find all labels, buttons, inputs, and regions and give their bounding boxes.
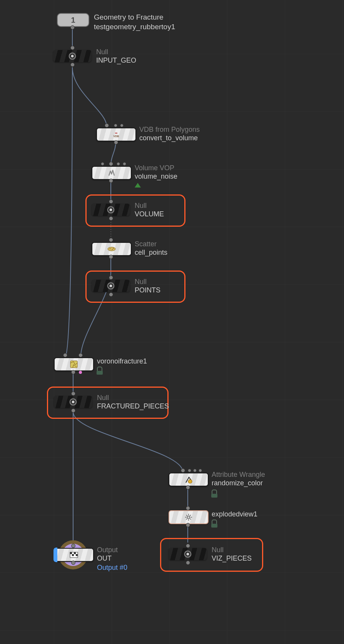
connector-out[interactable] — [109, 216, 113, 221]
connector-out[interactable] — [109, 179, 113, 183]
node-out[interactable]: Output OUT Output #0 — [54, 548, 94, 562]
connector-in[interactable] — [101, 162, 104, 166]
svg-rect-29 — [76, 554, 78, 556]
connector-in[interactable] — [109, 238, 113, 242]
svg-line-19 — [186, 515, 187, 516]
connector-in[interactable] — [78, 353, 83, 357]
node-type-label: Null — [97, 393, 169, 402]
node-name-label: FRACTURED_PIECES — [97, 402, 169, 410]
node-name-label: VIZ_PIECES — [212, 554, 252, 563]
connector-in[interactable] — [109, 199, 113, 204]
connector-out[interactable] — [114, 140, 118, 144]
svg-point-14 — [187, 516, 190, 518]
svg-point-1 — [71, 55, 74, 58]
connector-out[interactable] — [71, 370, 75, 374]
connector-out[interactable] — [186, 561, 190, 565]
connector-in[interactable] — [199, 469, 202, 472]
node-name-label: voronoifracture1 — [97, 357, 147, 365]
svg-rect-26 — [70, 552, 72, 554]
connector-in[interactable] — [114, 124, 117, 127]
node-output-label: Output #0 — [97, 563, 127, 572]
connector-out[interactable] — [186, 523, 190, 527]
svg-rect-27 — [74, 552, 76, 554]
node-volume-noise[interactable]: Volume VOP volume_noise — [92, 166, 132, 180]
svg-point-9 — [110, 285, 112, 287]
node-type-label: Volume VOP — [135, 164, 177, 172]
node-name-label: INPUT_GEO — [96, 56, 136, 65]
node-type-label: Null — [96, 48, 136, 56]
node-convert-to-volume[interactable]: ∞VDB VDB from Polygons convert_to_volume — [96, 128, 136, 141]
node-type-label: Null — [135, 277, 160, 286]
connector-out[interactable] — [71, 408, 75, 413]
node-cell-points[interactable]: Scatter cell_points — [92, 242, 132, 256]
svg-line-21 — [190, 515, 191, 516]
connector-out[interactable] — [109, 292, 113, 297]
connector-in[interactable] — [186, 544, 190, 548]
connector-in[interactable] — [109, 276, 113, 280]
svg-point-5 — [110, 248, 110, 249]
node-graph-canvas[interactable]: 1 Geometry to Fracture testgeometry_rubb… — [0, 0, 344, 644]
node-input-geo[interactable]: Null INPUT_GEO — [53, 50, 92, 62]
node-name-label: cell_points — [135, 248, 167, 257]
node-name-label: VOLUME — [135, 210, 164, 218]
connector-out[interactable] — [109, 255, 113, 259]
connector-in[interactable] — [117, 162, 120, 166]
connector-out[interactable] — [70, 63, 75, 67]
connector-in[interactable] — [109, 162, 113, 166]
connector-out[interactable] — [70, 25, 75, 30]
connector-out[interactable] — [71, 561, 75, 565]
connector-in[interactable] — [120, 124, 124, 127]
lock-icon — [212, 520, 217, 524]
connector-in[interactable] — [193, 469, 197, 472]
svg-point-3 — [110, 209, 112, 211]
svg-point-7 — [113, 248, 114, 249]
connector-in[interactable] — [105, 123, 109, 128]
node-voronoifracture1[interactable]: voronoifracture1 — [54, 357, 94, 371]
connector-in[interactable] — [63, 353, 67, 357]
connector-in[interactable] — [71, 392, 75, 396]
node-type-label: VDB from Polygons — [139, 125, 200, 134]
subnet-input-title: Geometry to Fracture — [94, 12, 175, 22]
node-randomize-color[interactable]: Attribute Wrangle randomize_color — [169, 473, 209, 486]
subnet-input-labels: Geometry to Fracture testgeometry_rubber… — [94, 12, 175, 32]
connector-in[interactable] — [123, 162, 126, 166]
node-name-label: POINTS — [135, 286, 160, 294]
svg-point-6 — [112, 249, 113, 250]
node-type-label: Scatter — [135, 240, 167, 248]
mountain-icon — [135, 183, 141, 188]
svg-point-4 — [108, 247, 115, 251]
lock-icon — [212, 490, 217, 494]
background-grid — [0, 0, 344, 644]
node-name-label: OUT — [97, 554, 127, 563]
node-name-label: volume_noise — [135, 172, 177, 181]
svg-rect-28 — [72, 554, 74, 556]
connector-in[interactable] — [70, 46, 75, 50]
connector-in[interactable] — [71, 544, 75, 548]
subnet-input-1[interactable]: 1 — [57, 13, 89, 27]
output-flag — [53, 548, 57, 562]
lock-icon — [97, 367, 102, 371]
connector-out[interactable] — [186, 485, 190, 490]
svg-point-13 — [188, 480, 192, 483]
node-points[interactable]: Null POINTS — [92, 280, 130, 292]
svg-line-22 — [186, 518, 187, 520]
node-type-label: Output — [97, 546, 127, 554]
svg-point-24 — [187, 553, 189, 556]
subnet-input-subtitle: testgeometry_rubbertoy1 — [94, 22, 175, 32]
node-name-label: convert_to_volume — [139, 134, 200, 142]
node-fractured-pieces[interactable]: Null FRACTURED_PIECES — [54, 396, 92, 408]
connector-in[interactable] — [188, 469, 191, 472]
node-type-label: Attribute Wrangle — [212, 470, 265, 479]
node-name-label: randomize_color — [212, 479, 265, 487]
spare-flag-icon — [79, 371, 82, 374]
connector-in[interactable] — [186, 506, 190, 510]
connector-in[interactable] — [181, 468, 185, 473]
svg-point-12 — [72, 401, 75, 403]
subnet-input-number: 1 — [71, 16, 75, 25]
node-volume[interactable]: Null VOLUME — [92, 204, 130, 216]
node-viz-pieces[interactable]: Null VIZ_PIECES — [169, 548, 207, 560]
node-type-label: Null — [212, 546, 252, 554]
node-explodedview1[interactable]: explodedview1 — [169, 510, 209, 524]
svg-line-20 — [190, 518, 191, 520]
node-name-label: explodedview1 — [212, 510, 257, 518]
